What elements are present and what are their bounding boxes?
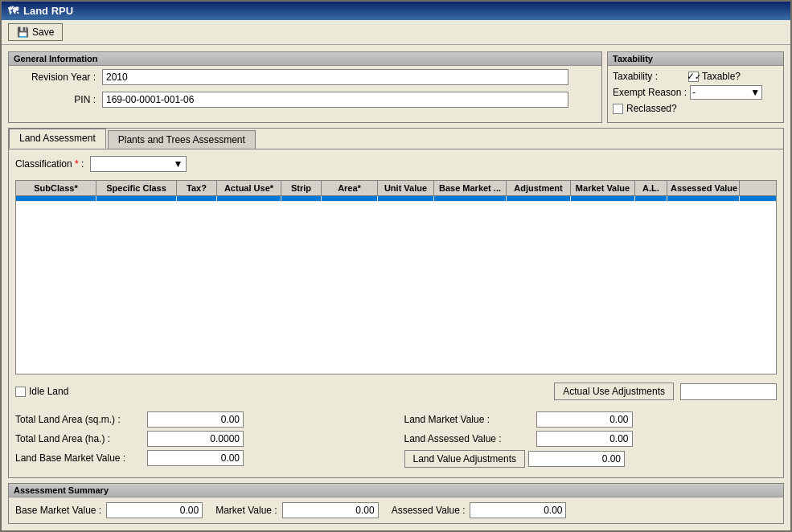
totals-right: Land Market Value : Land Assessed Value … (404, 411, 778, 468)
total-land-area-ha-label: Total Land Area (ha.) : (15, 433, 144, 444)
assessment-summary-title: Assessment Summary (9, 484, 783, 497)
col-header-al: A.L. (635, 181, 667, 195)
taxable-checkbox[interactable]: ✓ (688, 72, 699, 82)
reclassed-label: Reclassed? (626, 103, 677, 114)
exempt-reason-row: Exempt Reason : - ▼ (613, 85, 778, 100)
cell-al (635, 196, 667, 201)
save-icon: 💾 (17, 27, 29, 38)
reclassed-checkbox[interactable] (613, 104, 623, 114)
tab-plants-trees[interactable]: Plants and Trees Assessment (108, 130, 256, 149)
cell-actual (217, 196, 281, 201)
general-info-title: General Information (9, 52, 601, 66)
cell-unit (378, 196, 434, 201)
classification-arrow-icon: ▼ (174, 158, 183, 170)
taxability-title: Taxability (608, 52, 783, 66)
land-value-adj-input[interactable] (528, 451, 625, 467)
totals-left: Total Land Area (sq.m.) : Total Land Are… (15, 411, 388, 468)
totals-section: Total Land Area (sq.m.) : Total Land Are… (15, 408, 777, 471)
idle-land-label: Idle Land (29, 386, 68, 397)
table-row[interactable] (16, 196, 776, 202)
land-market-row: Land Market Value : (404, 411, 778, 428)
dropdown-arrow-icon: ▼ (750, 87, 760, 98)
summary-market-label: Market Value : (215, 505, 277, 516)
cell-area (322, 196, 378, 201)
cell-adj (507, 196, 571, 201)
land-value-adj-row: Land Value Adjustments (404, 450, 778, 468)
classification-required: * (75, 158, 79, 170)
taxable-label: Taxable? (702, 71, 741, 82)
land-market-label: Land Market Value : (404, 414, 533, 425)
summary-base-market-label: Base Market Value : (15, 505, 101, 516)
summary-content: Base Market Value : Market Value : Asses… (9, 497, 783, 523)
idle-land-check: Idle Land (15, 386, 68, 397)
exempt-reason-dropdown[interactable]: - ▼ (690, 85, 762, 100)
title-bar: 🗺 Land RPU (2, 2, 790, 20)
idle-land-checkbox[interactable] (15, 387, 26, 397)
window-title: Land RPU (23, 5, 73, 17)
col-header-assessed: Assessed Value (667, 181, 740, 195)
cell-strip (281, 196, 322, 201)
land-assessed-row: Land Assessed Value : (404, 431, 778, 447)
col-header-unit: Unit Value (378, 181, 434, 195)
summary-market-input[interactable] (282, 502, 379, 518)
actual-use-input[interactable] (680, 383, 777, 400)
exempt-reason-label: Exempt Reason : (613, 87, 687, 98)
cell-subclass (16, 196, 96, 201)
tab-bar: Land Assessment Plants and Trees Assessm… (9, 129, 783, 149)
cell-base (434, 196, 507, 201)
classification-row: Classification * : ▼ (15, 156, 777, 172)
summary-base-market: Base Market Value : (15, 502, 203, 518)
total-land-area-ha-row: Total Land Area (ha.) : (15, 431, 388, 447)
cell-tax (177, 196, 217, 201)
tab-land-assessment[interactable]: Land Assessment (9, 129, 106, 149)
total-land-area-sqm-row: Total Land Area (sq.m.) : (15, 411, 388, 428)
taxability-content: Taxability : ✓ Taxable? Exempt Reason : … (608, 66, 783, 122)
revision-year-input[interactable] (102, 69, 568, 85)
summary-assessed-label: Assessed Value : (392, 505, 466, 516)
land-market-input[interactable] (536, 411, 633, 428)
col-header-tax: Tax? (177, 181, 217, 195)
taxability-panel: Taxability Taxability : ✓ Taxable? Exemp… (607, 51, 784, 123)
land-base-market-input[interactable] (147, 450, 244, 466)
revision-year-label: Revision Year : (15, 72, 96, 83)
summary-assessed: Assessed Value : (392, 502, 567, 518)
classification-label: Classification * : (15, 158, 84, 170)
grid-body (16, 196, 776, 374)
land-grid: SubClass* Specific Class Tax? Actual Use… (15, 180, 777, 374)
col-header-base: Base Market ... (434, 181, 507, 195)
col-header-actual: Actual Use* (217, 181, 281, 195)
bottom-controls: Idle Land Actual Use Adjustments (15, 379, 777, 403)
save-button[interactable]: 💾 Save (8, 23, 63, 41)
assessment-summary-panel: Assessment Summary Base Market Value : M… (8, 483, 784, 524)
general-info-panel: General Information Revision Year : PIN … (8, 51, 602, 123)
pin-label: PIN : (15, 94, 96, 105)
toolbar: 💾 Save (2, 20, 790, 45)
land-value-adjustments-button[interactable]: Land Value Adjustments (404, 450, 526, 468)
summary-market: Market Value : (215, 502, 378, 518)
col-header-specific: Specific Class (96, 181, 177, 195)
content-area: General Information Revision Year : PIN … (2, 45, 790, 530)
pin-row: PIN : (9, 88, 601, 111)
main-window: 🗺 Land RPU 💾 Save General Information Re… (0, 0, 792, 532)
col-header-subclass: SubClass* (16, 181, 96, 195)
summary-base-market-input[interactable] (106, 502, 203, 518)
tab-content: Classification * : ▼ SubClass* Specific … (9, 149, 783, 477)
col-header-adj: Adjustment (507, 181, 571, 195)
total-land-area-sqm-input[interactable] (147, 411, 244, 428)
col-header-area: Area* (322, 181, 378, 195)
land-assessed-label: Land Assessed Value : (404, 433, 533, 444)
actual-use-adjustments-button[interactable]: Actual Use Adjustments (554, 383, 674, 400)
pin-input[interactable] (102, 92, 568, 108)
reclassed-row: Reclassed? (613, 103, 778, 114)
grid-header: SubClass* Specific Class Tax? Actual Use… (16, 181, 776, 196)
main-panel: Land Assessment Plants and Trees Assessm… (8, 128, 784, 478)
total-land-area-ha-input[interactable] (147, 431, 244, 447)
cell-specific (96, 196, 177, 201)
summary-assessed-input[interactable] (470, 502, 566, 518)
land-assessed-input[interactable] (536, 431, 633, 447)
cell-assessed (667, 196, 740, 201)
land-base-market-label: Land Base Market Value : (15, 452, 144, 464)
window-icon: 🗺 (8, 5, 18, 17)
revision-year-row: Revision Year : (9, 66, 601, 88)
classification-dropdown[interactable]: ▼ (90, 156, 187, 172)
